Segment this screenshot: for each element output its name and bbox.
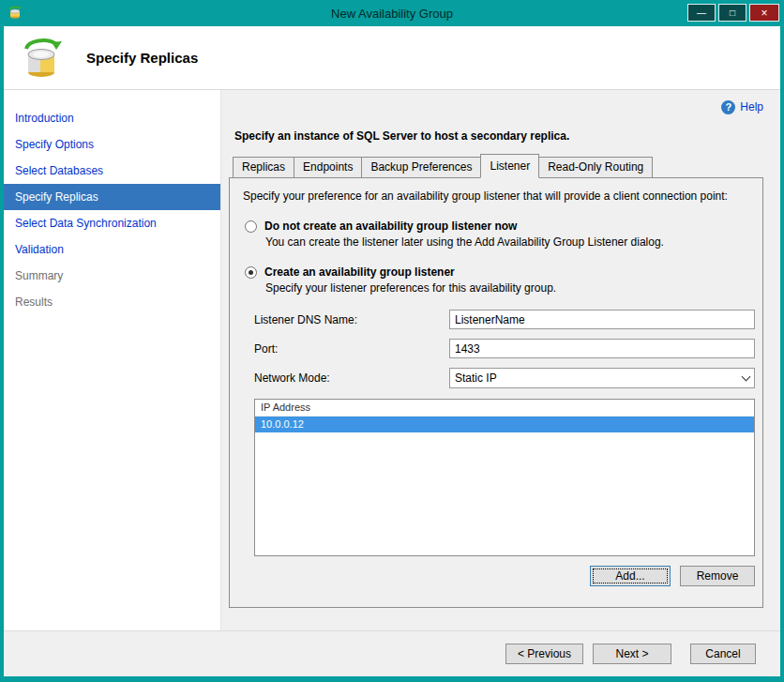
port-input[interactable]	[449, 339, 755, 358]
radio-create-listener-label: Create an availability group listener	[264, 265, 455, 279]
main-content: ? Help Specify an instance of SQL Server…	[221, 90, 780, 630]
network-mode-select[interactable]: Static IP	[449, 368, 755, 388]
dns-name-input[interactable]	[449, 310, 755, 329]
wizard-window: New Availability Group — □ × Specify Rep…	[0, 0, 784, 682]
radio-no-listener-label: Do not create an availability group list…	[264, 220, 517, 233]
wizard-header: Specify Replicas	[4, 26, 780, 90]
help-icon[interactable]: ?	[721, 100, 735, 114]
radio-no-listener-desc: You can create the listener later using …	[265, 235, 755, 249]
ip-list-header: IP Address	[255, 400, 754, 417]
tab-endpoints[interactable]: Endpoints	[294, 157, 362, 178]
close-button[interactable]: ×	[749, 4, 779, 22]
sidebar-item-select-databases[interactable]: Select Databases	[4, 158, 220, 184]
tab-read-only-routing[interactable]: Read-Only Routing	[538, 157, 653, 178]
sidebar-item-introduction[interactable]: Introduction	[4, 105, 220, 131]
chevron-down-icon	[737, 376, 754, 380]
radio-create-listener-desc: Specify your listener preferences for th…	[265, 281, 755, 295]
wizard-footer: < Previous Next > Cancel	[4, 630, 780, 676]
previous-button[interactable]: < Previous	[505, 644, 583, 664]
titlebar[interactable]: New Availability Group — □ ×	[0, 0, 784, 26]
tab-backup-preferences[interactable]: Backup Preferences	[361, 157, 481, 178]
next-button[interactable]: Next >	[593, 644, 671, 664]
dialog-body: Specify Replicas Introduction Specify Op…	[4, 26, 780, 676]
tab-strip: Replicas Endpoints Backup Preferences Li…	[233, 154, 763, 178]
sidebar-item-validation[interactable]: Validation	[4, 236, 220, 263]
dns-name-label: Listener DNS Name:	[254, 313, 449, 326]
help-link[interactable]: Help	[740, 100, 763, 114]
add-button[interactable]: Add...	[590, 566, 671, 586]
window-controls: — □ ×	[687, 4, 779, 22]
network-mode-label: Network Mode:	[254, 371, 449, 385]
availability-group-icon	[21, 36, 66, 81]
sidebar-item-specify-options[interactable]: Specify Options	[4, 131, 220, 158]
port-label: Port:	[254, 342, 449, 356]
sidebar-item-summary: Summary	[4, 263, 220, 289]
sidebar-item-select-data-synchronization[interactable]: Select Data Synchronization	[4, 210, 220, 236]
wizard-steps-sidebar: Introduction Specify Options Select Data…	[4, 90, 221, 630]
radio-no-listener[interactable]	[245, 220, 257, 233]
ip-address-list[interactable]: IP Address 10.0.0.12	[254, 399, 755, 556]
listener-tab-panel: Specify your preference for an availabil…	[229, 177, 763, 608]
radio-create-listener[interactable]	[245, 266, 257, 279]
network-mode-value: Static IP	[455, 371, 497, 385]
sidebar-item-results: Results	[4, 289, 220, 315]
instruction-text: Specify an instance of SQL Server to hos…	[234, 129, 763, 143]
listener-intro: Specify your preference for an availabil…	[243, 189, 755, 203]
cancel-button[interactable]: Cancel	[690, 644, 756, 664]
app-icon	[8, 6, 23, 21]
maximize-button[interactable]: □	[718, 4, 746, 22]
tab-replicas[interactable]: Replicas	[233, 157, 294, 178]
window-title: New Availability Group	[0, 7, 784, 21]
remove-button[interactable]: Remove	[680, 566, 755, 586]
tab-listener[interactable]: Listener	[480, 154, 539, 178]
sidebar-item-specify-replicas[interactable]: Specify Replicas	[4, 184, 220, 210]
minimize-button[interactable]: —	[687, 4, 716, 22]
ip-row[interactable]: 10.0.0.12	[255, 417, 754, 432]
page-title: Specify Replicas	[86, 50, 198, 66]
